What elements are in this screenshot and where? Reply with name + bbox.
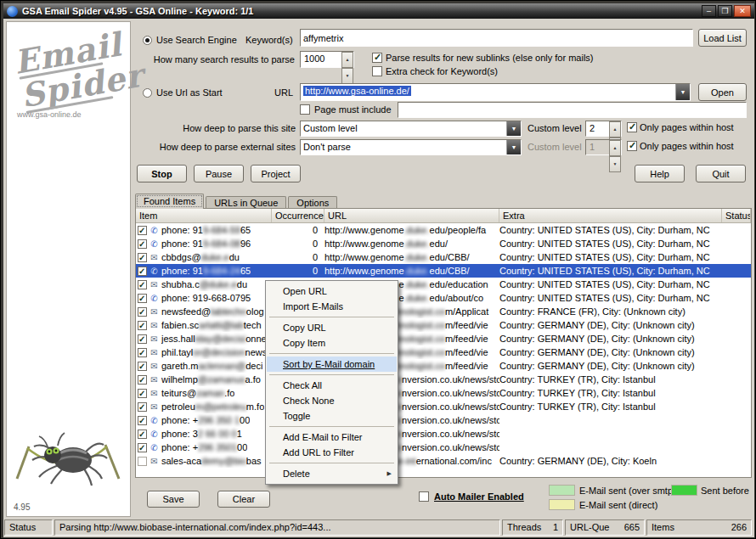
row-checkbox[interactable] — [138, 457, 147, 466]
select-dropdown-icon[interactable]: ▼ — [506, 121, 521, 136]
phone-icon: ✆ — [149, 416, 160, 425]
minimize-button[interactable]: – — [702, 5, 716, 17]
url-combobox[interactable]: http://www.gsa-online.de/ ▼ — [300, 83, 691, 101]
auto-mailer-checkbox[interactable] — [419, 491, 429, 502]
menu-item-delete[interactable]: Delete▶ — [267, 466, 397, 481]
table-row[interactable]: ✆phone: 32 66 00 010http://www.newsconve… — [136, 427, 751, 441]
help-button[interactable]: Help — [635, 165, 685, 182]
spinner-down-icon[interactable]: ▼ — [341, 68, 353, 84]
table-row[interactable]: ✉phil.taylor@decisionnews0http://www.lab… — [136, 345, 751, 359]
menu-item-check-none[interactable]: Check None — [267, 393, 397, 408]
only-host-ext-checkbox[interactable] — [627, 141, 637, 151]
menu-item-add-url-to-filter[interactable]: Add URL to Filter — [267, 445, 397, 460]
open-button[interactable]: Open — [698, 83, 747, 101]
custom-level-site-spinner[interactable]: 2 ▲▼ — [585, 121, 622, 137]
pause-button[interactable]: Pause — [194, 165, 244, 182]
keywords-input[interactable] — [300, 29, 693, 47]
row-checkbox[interactable] — [138, 307, 147, 317]
table-row[interactable]: ✉shubha.c@duke.edu0http://www.genome.duk… — [136, 278, 751, 291]
row-checkbox[interactable] — [138, 348, 147, 357]
save-button[interactable]: Save — [147, 491, 200, 508]
table-row[interactable]: ✆phone: 919-684-59650http://www.genome.d… — [136, 223, 751, 237]
row-checkbox[interactable] — [138, 443, 147, 452]
quit-button[interactable]: Quit — [696, 165, 746, 182]
row-checkbox[interactable] — [138, 321, 147, 330]
page-must-include-checkbox[interactable] — [300, 104, 310, 115]
table-row[interactable]: ✉fabien.scarlatti@labtech0http://www.lab… — [136, 318, 751, 332]
menu-item-add-e-mail-to-filter[interactable]: Add E-Mail to Filter — [267, 430, 397, 445]
page-must-include-input[interactable] — [398, 102, 747, 118]
deep-site-select[interactable]: Custom level ▼ — [300, 121, 522, 137]
extra-check-label: Extra check for Keyword(s) — [386, 66, 498, 77]
column-header-item[interactable]: Item — [136, 209, 272, 222]
row-checkbox[interactable] — [138, 430, 147, 439]
project-button[interactable]: Project — [251, 165, 301, 182]
envelope-icon: ✉ — [149, 389, 160, 398]
table-row[interactable]: ✆phone: 919-668-07950http://www.genome.d… — [136, 291, 751, 305]
table-row[interactable]: ✉petroleum@petroleum.fo0http://www.newsc… — [136, 400, 751, 413]
phone-icon: ✆ — [149, 239, 160, 249]
table-row[interactable]: ✉teiturs@zaman.fo0http://www.newsconvers… — [136, 386, 751, 400]
row-checkbox[interactable] — [138, 253, 147, 262]
column-header-extra[interactable]: Extra — [499, 209, 722, 222]
clear-button[interactable]: Clear — [217, 491, 270, 508]
parse-sublinks-checkbox[interactable] — [372, 53, 382, 63]
deep-ext-value: Don't parse — [303, 142, 351, 152]
use-url-radio[interactable] — [143, 88, 152, 98]
tab-found-items[interactable]: Found Items — [135, 194, 204, 209]
table-row[interactable]: ✉jess.halliday@decisionne0http://www.lab… — [136, 332, 751, 345]
row-checkbox[interactable] — [138, 402, 147, 412]
row-checkbox[interactable] — [138, 389, 147, 398]
table-row[interactable]: ✉gareth.maclennan@deci0http://www.labtec… — [136, 359, 751, 373]
row-checkbox[interactable] — [138, 334, 147, 344]
maximize-button[interactable]: ❐ — [718, 5, 732, 17]
row-checkbox[interactable] — [138, 416, 147, 425]
urlque-label: URL-Que — [570, 520, 609, 535]
extra-cell: Country: UNITED STATES (US), City: Durha… — [499, 250, 722, 264]
column-header-occurrences[interactable]: Occurrences — [272, 209, 324, 222]
menu-item-sort-by-e-mail-domain[interactable]: Sort by E-Mail domain — [267, 357, 397, 372]
spinner-up-icon[interactable]: ▲ — [609, 121, 621, 138]
menu-item-toggle[interactable]: Toggle — [267, 408, 397, 424]
menu-item-import-e-mails[interactable]: Import E-Mails — [267, 299, 397, 314]
extra-cell: Country: GERMANY (DE), City: (Unknown ci… — [499, 359, 722, 373]
row-checkbox[interactable] — [138, 362, 147, 371]
table-row[interactable]: ✆phone: 919-684-24650http://www.genome.d… — [136, 264, 751, 278]
spinner-up-icon[interactable]: ▲ — [341, 52, 353, 68]
table-row[interactable]: ✉newsfeed@labtechnolog0http://www.labtec… — [136, 305, 751, 318]
combo-dropdown-icon[interactable]: ▼ — [675, 84, 690, 100]
row-checkbox[interactable] — [138, 280, 147, 289]
custom-level-site-label: Custom level — [528, 123, 582, 134]
row-checkbox[interactable] — [138, 294, 147, 303]
table-row[interactable]: ✆phone: +296 350 1000http://www.newsconv… — [136, 413, 751, 427]
row-checkbox[interactable] — [138, 375, 147, 385]
row-checkbox[interactable] — [138, 267, 147, 276]
close-button[interactable]: ✕ — [734, 5, 751, 17]
table-row[interactable]: ✉cbbdgs@duke.edu0http://www.genome.duke.… — [136, 250, 751, 264]
title-bar[interactable]: GSA Email Spider v4.95 - GSA Online - Ke… — [3, 3, 754, 19]
column-header-status[interactable]: Status — [722, 209, 751, 222]
menu-item-copy-url[interactable]: Copy URL — [267, 320, 397, 335]
load-list-button[interactable]: Load List — [698, 29, 747, 47]
extra-check-checkbox[interactable] — [372, 66, 382, 76]
table-row[interactable]: ✉wilhelmp@zamanusa.fo0http://www.newscon… — [136, 373, 751, 386]
phone-icon: ✆ — [149, 430, 160, 439]
select-dropdown-icon[interactable]: ▼ — [506, 140, 521, 154]
table-row[interactable]: ✆phone: +296 3501000http://www.newsconve… — [136, 441, 751, 454]
table-row[interactable]: ✆phone: 919-684-08960http://www.genome.d… — [136, 237, 751, 250]
column-header-url[interactable]: URL — [324, 209, 499, 222]
row-checkbox[interactable] — [138, 239, 147, 249]
row-checkbox[interactable] — [138, 226, 147, 235]
menu-item-open-url[interactable]: Open URL — [267, 284, 397, 299]
use-search-engine-radio[interactable] — [143, 36, 152, 45]
tab-urls-in-queue[interactable]: URLs in Queue — [206, 196, 286, 209]
legend-direct-label: E-Mail sent (direct) — [579, 500, 657, 511]
only-host-site-checkbox[interactable] — [627, 122, 637, 132]
table-row[interactable]: ✉sales-academy@biobas0http://www.biobase… — [136, 454, 751, 468]
menu-item-copy-item[interactable]: Copy Item — [267, 335, 397, 351]
menu-item-check-all[interactable]: Check All — [267, 378, 397, 393]
deep-ext-select[interactable]: Don't parse ▼ — [300, 139, 522, 155]
stop-button[interactable]: Stop — [137, 165, 187, 182]
results-to-parse-spinner[interactable]: 1000 ▲▼ — [300, 51, 354, 68]
tab-options[interactable]: Options — [288, 196, 337, 209]
